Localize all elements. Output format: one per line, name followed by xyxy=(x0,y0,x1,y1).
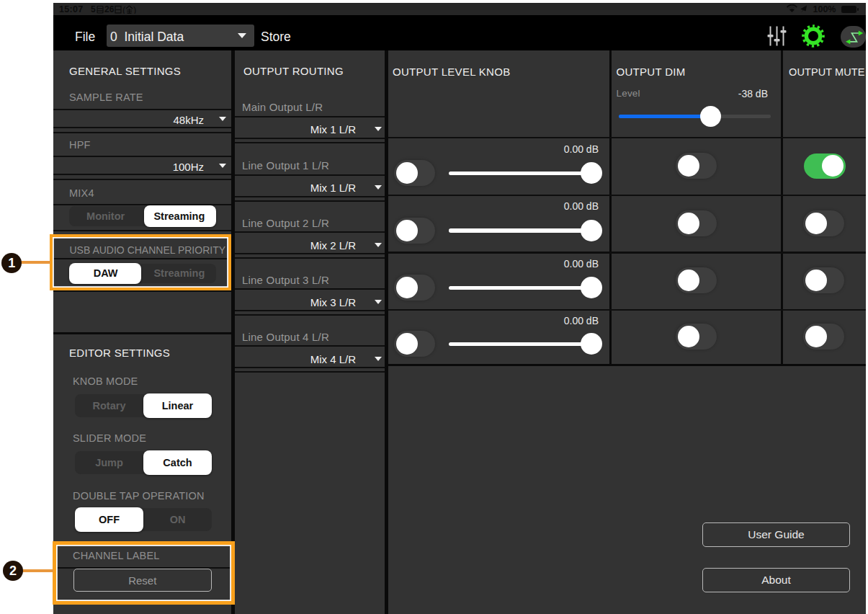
svg-text:5: 5 xyxy=(91,5,96,14)
svg-text:(: ( xyxy=(122,5,126,14)
svg-text:100%: 100% xyxy=(813,4,836,14)
svg-text:26: 26 xyxy=(104,5,115,14)
svg-text:): ) xyxy=(133,5,136,14)
